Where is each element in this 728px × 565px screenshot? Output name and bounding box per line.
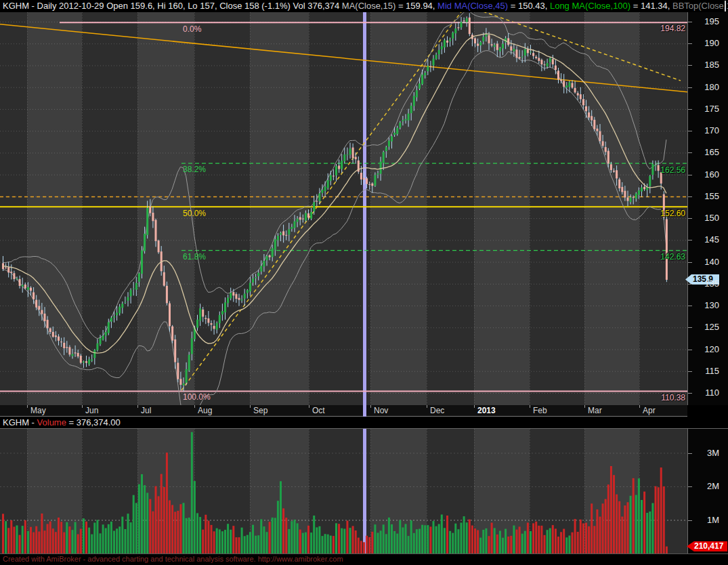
- price-tick-label: 125: [704, 322, 719, 332]
- price-tick-label: 140: [704, 257, 719, 267]
- last-volume-flag: 210,417: [687, 541, 727, 551]
- month-tick: [82, 405, 83, 408]
- date-axis[interactable]: MayJunJulAugSepOctNovDec2013FebMarApr: [0, 405, 687, 417]
- text-segment: Volume: [37, 417, 66, 427]
- fib-value-618: 142.63: [660, 253, 685, 261]
- month-label: Apr: [643, 406, 656, 416]
- price-tick-label: 115: [705, 367, 719, 376]
- fib-value-50: 152.60: [660, 209, 685, 218]
- price-tick-label: 150: [704, 213, 719, 223]
- month-tick: [584, 405, 585, 408]
- price-axis-tick: [688, 306, 692, 306]
- text-segment: Mid MA(Close,45): [437, 1, 508, 11]
- price-tick-label: 195: [704, 17, 719, 26]
- text-segment: = 141.34,: [630, 1, 672, 11]
- text-segment: MA(Close,15): [342, 1, 395, 11]
- price-axis-tick: [688, 87, 692, 88]
- price-tick-label: 185: [704, 60, 719, 70]
- price-axis-tick: [688, 109, 692, 110]
- volume-axis[interactable]: 210,417 3M2M1M: [688, 429, 728, 553]
- month-label: Dec: [430, 406, 444, 416]
- price-axis[interactable]: 135.9 1951901851801751701651601551501451…: [688, 12, 728, 405]
- price-tick-label: 180: [704, 83, 719, 92]
- price-axis-tick: [688, 262, 692, 263]
- volume-axis-tick: [688, 486, 692, 487]
- month-tick: [137, 405, 138, 408]
- price-pane[interactable]: 0.0% 194.82 38.2% 162.56 50.0% 152.60 61…: [0, 12, 688, 405]
- month-label: Feb: [533, 406, 547, 416]
- volume-chart-canvas[interactable]: [0, 429, 687, 553]
- price-axis-tick: [688, 393, 692, 394]
- fib-label-618: 61.8%: [183, 253, 206, 261]
- month-tick: [309, 405, 309, 408]
- month-label: 2013: [477, 406, 496, 416]
- month-tick: [530, 405, 530, 408]
- fib-value-382: 162.56: [660, 166, 685, 175]
- price-axis-tick: [688, 218, 692, 219]
- price-axis-tick: [688, 371, 692, 372]
- ohlc-indicator-readout: KGHM - Daily 2012-10-29 Open 159.6, Hi 1…: [3, 1, 728, 11]
- month-tick: [370, 405, 371, 408]
- text-segment: = 376,374.00: [66, 417, 121, 427]
- volume-tick-label: 3M: [707, 448, 719, 458]
- month-label: Sep: [253, 406, 267, 416]
- month-label: Oct: [312, 406, 325, 416]
- month-tick: [427, 405, 427, 408]
- month-label: Nov: [374, 406, 388, 416]
- fib-label-50: 50.0%: [183, 209, 206, 218]
- price-tick-label: 170: [704, 126, 719, 135]
- price-tick-label: 120: [704, 345, 719, 354]
- volume-pane-title-bar: KGHM - Volume = 376,374.00: [0, 417, 728, 429]
- price-tick-label: 135: [704, 279, 719, 289]
- price-tick-label: 130: [704, 301, 719, 310]
- month-label: Aug: [198, 406, 212, 416]
- volume-axis-tick: [688, 520, 692, 521]
- price-axis-tick: [688, 350, 692, 350]
- amibroker-chart-window: KGHM - Daily 2012-10-29 Open 159.6, Hi 1…: [0, 0, 728, 565]
- price-tick-label: 175: [704, 104, 719, 114]
- text-segment: KGHM -: [3, 417, 37, 427]
- fib-label-100: 100.0%: [183, 393, 211, 402]
- month-tick: [250, 405, 251, 408]
- price-axis-tick: [688, 65, 692, 66]
- text-segment: = 159.94,: [395, 1, 437, 11]
- month-tick: [27, 405, 28, 408]
- fib-value-0: 194.82: [660, 24, 685, 33]
- month-tick: [474, 405, 475, 408]
- price-axis-tick: [688, 152, 692, 153]
- price-tick-label: 165: [704, 148, 719, 157]
- selected-date-cursor: [363, 405, 366, 417]
- volume-readout: KGHM - Volume = 376,374.00: [3, 417, 121, 427]
- volume-tick-label: 2M: [707, 482, 719, 491]
- volume-tick-label: 1M: [707, 516, 719, 525]
- price-axis-tick: [688, 22, 692, 22]
- price-chart-canvas[interactable]: [0, 12, 687, 405]
- price-axis-tick: [688, 196, 692, 197]
- volume-pane[interactable]: [0, 429, 688, 553]
- price-tick-label: 110: [705, 388, 719, 398]
- fib-label-0: 0.0%: [183, 25, 201, 34]
- price-tick-label: 155: [704, 192, 719, 201]
- price-axis-tick: [688, 131, 692, 131]
- price-tick-label: 160: [704, 170, 719, 180]
- price-axis-tick: [688, 240, 692, 240]
- text-segment: = 150.43,: [508, 1, 550, 11]
- text-segment: BBTop(Close,1: [672, 1, 728, 11]
- volume-axis-tick: [688, 453, 692, 454]
- fib-value-100: 110.38: [661, 394, 685, 402]
- price-axis-tick: [688, 284, 692, 285]
- price-pane-title-bar: KGHM - Daily 2012-10-29 Open 159.6, Hi 1…: [0, 0, 728, 12]
- month-tick: [639, 405, 640, 408]
- month-label: May: [30, 406, 46, 416]
- price-axis-tick: [688, 43, 692, 44]
- price-axis-tick: [688, 327, 692, 328]
- text-segment: Long MA(Close,100): [550, 1, 630, 11]
- month-label: Jun: [85, 406, 98, 416]
- month-label: Mar: [588, 406, 602, 416]
- month-tick: [194, 405, 195, 408]
- fib-label-382: 38.2%: [183, 165, 206, 174]
- price-tick-label: 145: [704, 235, 719, 245]
- text-segment: KGHM - Daily 2012-10-29 Open 159.6, Hi 1…: [3, 1, 342, 11]
- price-axis-tick: [688, 175, 692, 175]
- price-tick-label: 190: [704, 39, 719, 48]
